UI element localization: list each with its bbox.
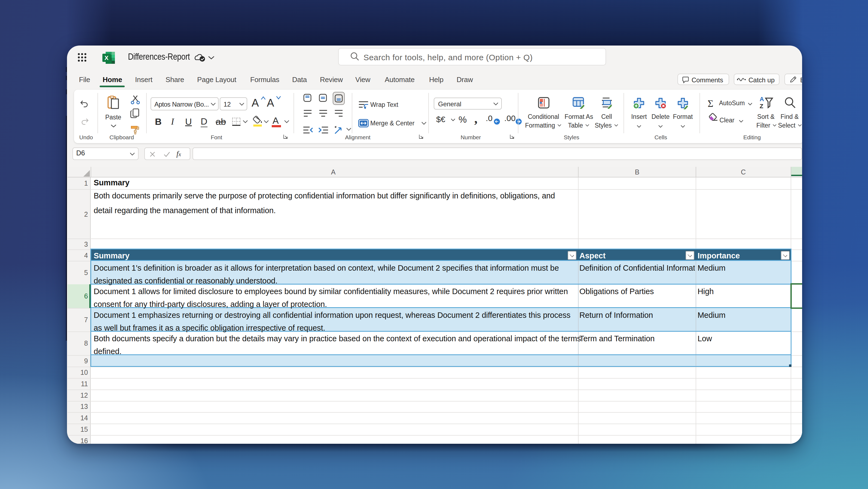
svg-text:Z: Z	[760, 103, 763, 110]
svg-text:A: A	[760, 96, 764, 103]
svg-text:X: X	[104, 55, 108, 61]
